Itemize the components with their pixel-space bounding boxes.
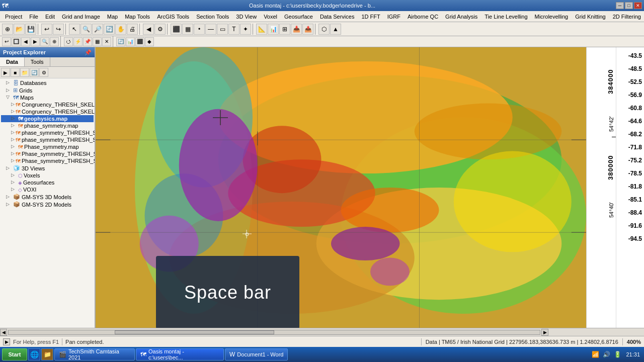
- tb2-12[interactable]: 🔄: [116, 37, 125, 46]
- taskbar-folder-icon[interactable]: 📁: [41, 348, 53, 360]
- tb2-14[interactable]: ⬛: [135, 37, 144, 46]
- menu-microlevelling[interactable]: Microlevelling: [532, 13, 572, 21]
- tb2-8[interactable]: ⚡: [73, 37, 83, 46]
- menu-arcgis[interactable]: ArcGIS Tools: [154, 13, 192, 21]
- tree-map-Phase4[interactable]: ▷ 🗺 Phase_symmetry.map: [1, 143, 94, 150]
- tb-zoom-in[interactable]: 🔍: [80, 24, 92, 35]
- tb2-10[interactable]: ▦: [93, 37, 102, 46]
- pe-tb-refresh[interactable]: 🔄: [30, 68, 39, 77]
- taskbar-word[interactable]: W Document1 - Word: [225, 348, 288, 360]
- map-area[interactable]: Space bar: [96, 47, 586, 328]
- tb-zoom-out[interactable]: 🔎: [92, 24, 103, 35]
- tree-map-geophysics[interactable]: ▷ 🗺 geophysics.map: [1, 115, 94, 122]
- tb2-1[interactable]: ↩: [2, 37, 11, 46]
- tb-extra[interactable]: ▲: [330, 24, 341, 35]
- menu-3dview[interactable]: 3D View: [233, 13, 260, 21]
- tb-settings[interactable]: ⚙: [154, 24, 166, 35]
- pe-pin-icon[interactable]: 📌: [85, 49, 92, 56]
- tray-network-icon[interactable]: 📶: [591, 350, 600, 359]
- tb-symbol[interactable]: ✦: [240, 24, 251, 35]
- tree-map-congruency2[interactable]: ▷ 🗺 Congruency_THRESH_SKEL_VEC.map: [1, 108, 94, 115]
- start-button[interactable]: Start: [2, 348, 27, 360]
- taskbar-camtasia[interactable]: 🎬 TechSmith Camtasia 2021: [54, 348, 135, 360]
- minimize-button[interactable]: ─: [616, 2, 624, 9]
- tb-scatter[interactable]: ⊞: [279, 24, 290, 35]
- tb-select[interactable]: ↖: [69, 24, 80, 35]
- tb2-7[interactable]: ⭯: [64, 37, 73, 46]
- pe-tb-play[interactable]: ▶: [1, 68, 10, 77]
- menu-1dfft[interactable]: 1D FFT: [358, 13, 383, 21]
- tb-grid1[interactable]: ⬛: [171, 24, 182, 35]
- tb-grid2[interactable]: ▦: [182, 24, 193, 35]
- tb-new[interactable]: ⊕: [2, 24, 13, 35]
- tray-battery-icon[interactable]: 🔋: [613, 350, 622, 359]
- tree-maps[interactable]: ▽ 🗺 Maps: [1, 94, 94, 101]
- menu-map[interactable]: Map: [104, 13, 121, 21]
- tb-text[interactable]: T: [228, 24, 239, 35]
- menu-2d-filtering[interactable]: 2D Filtering: [610, 13, 644, 21]
- tree-map-Phase5[interactable]: ▷ 🗺 Phase_symmetry_THRESH_SKEL.map: [1, 150, 94, 157]
- menu-edit[interactable]: Edit: [42, 13, 58, 21]
- pe-tb-settings[interactable]: ⚙: [39, 68, 48, 77]
- menu-project[interactable]: Project: [2, 13, 25, 21]
- tb-undo[interactable]: ↩: [41, 24, 52, 35]
- tree-map-phase2[interactable]: ▷ 🗺 phase_symmetry_THRESH_SKEL.map: [1, 129, 94, 136]
- tree-databases[interactable]: ▷ 🗄 Databases: [1, 79, 94, 86]
- tree-grids[interactable]: ▷ ⊞ Grids: [1, 86, 94, 94]
- tb-save[interactable]: 💾: [25, 24, 36, 35]
- tb-export[interactable]: 📤: [302, 24, 313, 35]
- menu-voxel[interactable]: Voxel: [261, 13, 280, 21]
- pe-tb-add[interactable]: 📁: [20, 68, 29, 77]
- tb2-4[interactable]: ▶: [31, 37, 40, 46]
- menu-file[interactable]: File: [26, 13, 41, 21]
- tb-line[interactable]: —: [205, 24, 216, 35]
- tb2-9[interactable]: 📌: [83, 37, 92, 46]
- menu-airborne[interactable]: Airborne QC: [405, 13, 441, 21]
- tb-measure[interactable]: 📐: [256, 24, 267, 35]
- horizontal-scrollbar[interactable]: ◀ ▶: [0, 328, 644, 336]
- tree-geosurfaces[interactable]: ▷ ◈ Geosurfaces: [1, 179, 94, 186]
- tree-3dviews[interactable]: ▷ 🧊 3D Views: [1, 164, 94, 172]
- tb-open[interactable]: 📂: [14, 24, 25, 35]
- menu-geosurface[interactable]: Geosurface: [281, 13, 316, 21]
- taskbar-oasis[interactable]: 🗺 Oasis montaj - c:\users\bec...: [136, 348, 224, 360]
- hscroll-left-btn[interactable]: ◀: [0, 329, 7, 336]
- menu-grid-analysis[interactable]: Grid Analysis: [442, 13, 480, 21]
- menu-grid-image[interactable]: Grid and Image: [59, 13, 103, 21]
- maximize-button[interactable]: □: [625, 2, 633, 9]
- close-button[interactable]: ✕: [634, 2, 642, 9]
- tree-map-congruency1[interactable]: ▷ 🗺 Congruency_THRESH_SKEL.map: [1, 101, 94, 108]
- tb-pan[interactable]: ✋: [115, 24, 126, 35]
- tray-volume-icon[interactable]: 🔊: [602, 350, 611, 359]
- tb2-5[interactable]: 🔍: [40, 37, 49, 46]
- tb-point[interactable]: •: [194, 24, 205, 35]
- tb-refresh[interactable]: 🔄: [104, 24, 115, 35]
- tree-voxi[interactable]: ▷ ◇ VOXI: [1, 186, 94, 193]
- menu-tie-line[interactable]: Tie Line Levelling: [481, 13, 530, 21]
- tb2-15[interactable]: ◆: [145, 37, 154, 46]
- tb2-2[interactable]: 🔲: [12, 37, 21, 46]
- menu-section[interactable]: Section Tools: [193, 13, 232, 21]
- tb2-6[interactable]: ⊕: [50, 37, 59, 46]
- taskbar-ie-icon[interactable]: 🌐: [28, 348, 40, 360]
- tb-redo[interactable]: ↪: [53, 24, 64, 35]
- tree-voxels[interactable]: ▷ ⬡ Voxels: [1, 172, 94, 179]
- menu-igrf[interactable]: IGRF: [384, 13, 404, 21]
- hscroll-right-btn[interactable]: ▶: [541, 329, 548, 336]
- tb2-3[interactable]: ◀: [21, 37, 30, 46]
- hscroll-thumb[interactable]: [115, 330, 274, 334]
- tree-gmsys2d[interactable]: ▷ 📦 GM-SYS 2D Models: [1, 201, 94, 208]
- tb-print[interactable]: 🖨: [127, 24, 138, 35]
- tb-back[interactable]: ◀: [143, 24, 154, 35]
- hscroll-track[interactable]: [8, 330, 540, 335]
- tree-map-phase1[interactable]: ▷ 🗺 phase_symmetry.map: [1, 122, 94, 129]
- tb2-11[interactable]: ✕: [102, 37, 111, 46]
- tb-import[interactable]: 📥: [291, 24, 302, 35]
- status-expand-btn[interactable]: ▶: [3, 338, 10, 345]
- menu-data-services[interactable]: Data Services: [317, 13, 357, 21]
- pe-tab-tools[interactable]: Tools: [25, 57, 50, 66]
- tb2-13[interactable]: 📊: [126, 37, 135, 46]
- tree-gmsys3d[interactable]: ▷ 📦 GM-SYS 3D Models: [1, 193, 94, 201]
- tb-layer[interactable]: ⬡: [318, 24, 330, 35]
- pe-tb-stop[interactable]: ■: [11, 68, 20, 77]
